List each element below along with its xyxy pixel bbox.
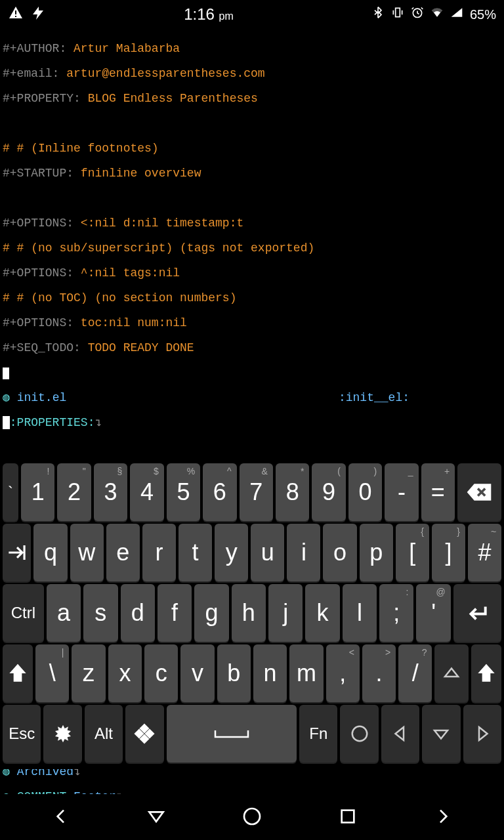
key-enter[interactable] bbox=[453, 584, 501, 642]
key-4[interactable]: 4$ bbox=[130, 463, 163, 521]
key-left[interactable] bbox=[381, 705, 419, 763]
key-backtick[interactable]: ` bbox=[3, 463, 18, 521]
key-shift-left[interactable] bbox=[3, 644, 33, 702]
key-fn[interactable]: Fn bbox=[299, 705, 337, 763]
key-h[interactable]: h bbox=[232, 584, 266, 642]
key-;[interactable]: ;: bbox=[379, 584, 413, 642]
key-6[interactable]: 6^ bbox=[203, 463, 236, 521]
org-header-line: #+SEQ_TODO: TODO READY DONE bbox=[3, 342, 501, 354]
key-p[interactable]: p bbox=[360, 524, 393, 581]
key-s[interactable]: s bbox=[83, 584, 117, 642]
key-v[interactable]: v bbox=[180, 644, 214, 702]
key-0[interactable]: 0) bbox=[348, 463, 382, 521]
key-1[interactable]: 1! bbox=[21, 463, 54, 521]
warning-icon bbox=[8, 5, 24, 24]
key-5[interactable]: 5% bbox=[167, 463, 200, 521]
key--[interactable]: -_ bbox=[385, 463, 418, 521]
org-header-line: #+PROPERTY: BLOG Endless Parentheses bbox=[3, 93, 501, 105]
key-shift-right[interactable] bbox=[471, 644, 501, 702]
key-t[interactable]: t bbox=[178, 524, 212, 581]
key-z[interactable]: z bbox=[72, 644, 105, 702]
key-backspace[interactable] bbox=[457, 463, 501, 521]
soft-keyboard: ` 1!2"3§4$5%6^7&8*9(0)-_=+ qwertyuiop[{]… bbox=[0, 458, 504, 769]
key-a[interactable]: a bbox=[47, 584, 81, 642]
org-header-line: #+OPTIONS: <:nil d:nil timestamp:t bbox=[3, 217, 501, 230]
bolt-icon bbox=[30, 5, 46, 24]
org-header-line: #+STARTUP: fninline overview bbox=[3, 167, 501, 180]
key-space[interactable] bbox=[167, 705, 297, 763]
key-f[interactable]: f bbox=[158, 584, 192, 642]
key-c[interactable]: c bbox=[144, 644, 178, 702]
key-e[interactable]: e bbox=[106, 524, 140, 581]
key-=[interactable]: =+ bbox=[421, 463, 455, 521]
key-.[interactable]: .> bbox=[362, 644, 396, 702]
svg-rect-2 bbox=[396, 8, 400, 16]
org-header-line: #+AUTHOR: Artur Malabarba bbox=[3, 43, 501, 55]
svg-rect-11 bbox=[341, 810, 354, 822]
battery-text: 65% bbox=[470, 7, 496, 22]
org-comment: # # (no sub/superscript) (tags not expor… bbox=[3, 242, 501, 255]
key-[[interactable]: [{ bbox=[396, 524, 429, 581]
nav-home-icon[interactable] bbox=[242, 806, 262, 829]
key-n[interactable]: n bbox=[253, 644, 287, 702]
key-j[interactable]: j bbox=[268, 584, 303, 642]
key-diamond[interactable] bbox=[125, 705, 163, 763]
key-b[interactable]: b bbox=[217, 644, 251, 702]
clock: 1:16 pm bbox=[46, 5, 371, 24]
blank-line bbox=[3, 442, 501, 454]
key-][interactable]: ]} bbox=[432, 524, 465, 581]
org-drawer: :PROPERTIES:↴ bbox=[3, 417, 501, 429]
signal-icon bbox=[450, 6, 463, 23]
key-down[interactable] bbox=[422, 705, 460, 763]
key-u[interactable]: u bbox=[251, 524, 284, 581]
key-#[interactable]: #~ bbox=[468, 524, 501, 581]
key-settings[interactable] bbox=[43, 705, 81, 763]
key-/[interactable]: /? bbox=[398, 644, 432, 702]
org-heading-1: ◍ init.el:init__el: bbox=[3, 392, 501, 404]
org-header-line: #+email: artur@endlessparentheses.com bbox=[3, 68, 501, 80]
key-q[interactable]: q bbox=[33, 524, 67, 581]
key-r[interactable]: r bbox=[142, 524, 176, 581]
key-2[interactable]: 2" bbox=[57, 463, 91, 521]
key-tab[interactable] bbox=[3, 524, 31, 581]
key-up[interactable] bbox=[434, 644, 468, 702]
key-alt[interactable]: Alt bbox=[85, 705, 123, 763]
key-circle[interactable] bbox=[340, 705, 378, 763]
key-8[interactable]: 8* bbox=[276, 463, 309, 521]
android-navbar bbox=[0, 794, 504, 840]
key-m[interactable]: m bbox=[289, 644, 323, 702]
org-header-line: #+OPTIONS: ^:nil tags:nil bbox=[3, 267, 501, 280]
bluetooth-icon bbox=[371, 6, 385, 23]
key-o[interactable]: o bbox=[323, 524, 356, 581]
nav-back-icon[interactable] bbox=[146, 806, 167, 829]
status-bar: 1:16 pm 65% bbox=[0, 0, 504, 29]
key-ctrl[interactable]: Ctrl bbox=[3, 584, 44, 642]
key-\[interactable]: \| bbox=[35, 644, 69, 702]
key-i[interactable]: i bbox=[287, 524, 320, 581]
key-w[interactable]: w bbox=[70, 524, 104, 581]
key-g[interactable]: g bbox=[194, 584, 228, 642]
key-k[interactable]: k bbox=[305, 584, 339, 642]
wifi-icon bbox=[430, 6, 444, 23]
blank-line bbox=[3, 117, 501, 130]
svg-rect-0 bbox=[15, 10, 16, 14]
nav-recent-icon[interactable] bbox=[337, 806, 358, 829]
key-right[interactable] bbox=[463, 705, 501, 763]
key-x[interactable]: x bbox=[108, 644, 142, 702]
nav-next-icon[interactable] bbox=[432, 806, 453, 829]
alarm-icon bbox=[411, 6, 424, 23]
key-'[interactable]: '@ bbox=[416, 584, 450, 642]
key-d[interactable]: d bbox=[121, 584, 155, 642]
key-esc[interactable]: Esc bbox=[3, 705, 41, 763]
cursor-line bbox=[3, 367, 501, 379]
key-,[interactable]: ,< bbox=[326, 644, 360, 702]
key-3[interactable]: 3§ bbox=[94, 463, 127, 521]
org-comment: # # (no TOC) (no section numbers) bbox=[3, 292, 501, 304]
nav-prev-icon[interactable] bbox=[51, 806, 72, 829]
org-header-line: #+OPTIONS: toc:nil num:nil bbox=[3, 317, 501, 329]
key-l[interactable]: l bbox=[343, 584, 377, 642]
key-9[interactable]: 9( bbox=[312, 463, 345, 521]
svg-rect-1 bbox=[15, 16, 16, 17]
key-7[interactable]: 7& bbox=[240, 463, 273, 521]
key-y[interactable]: y bbox=[215, 524, 248, 581]
